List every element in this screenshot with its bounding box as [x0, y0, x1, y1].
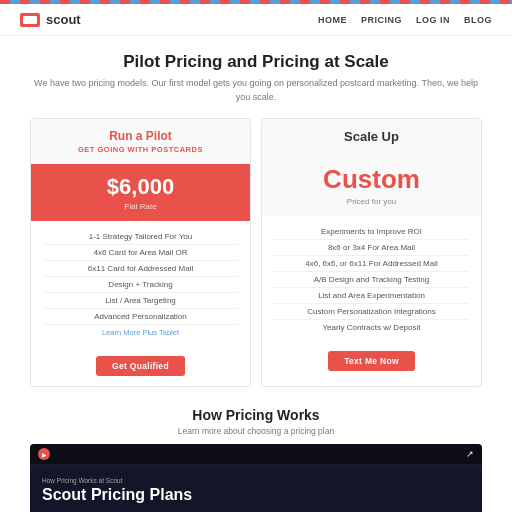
scale-card: Scale Up Custom Priced for you Experimen…: [261, 118, 482, 387]
nav-pricing[interactable]: PRICING: [361, 15, 402, 25]
scale-custom-block: Custom Priced for you: [262, 154, 481, 216]
pilot-feature-6: Advanced Personalization: [43, 309, 238, 325]
scale-card-header: Scale Up: [262, 119, 481, 154]
pilot-feature-3: 6x11 Card for Addressed Mail: [43, 261, 238, 277]
video-share-icon: ↗: [466, 449, 474, 459]
pricing-grid: Run a Pilot GET GOING WITH POSTCARDS $6,…: [30, 118, 482, 387]
scale-cta-button[interactable]: Text Me Now: [328, 351, 415, 371]
scale-feature-7: Yearly Contracts w/ Deposit: [274, 320, 469, 335]
pilot-feature-5: List / Area Targeting: [43, 293, 238, 309]
navbar: scout HOME PRICING LOG IN BLOG: [0, 4, 512, 36]
video-label: How Pricing Works at Scout: [42, 477, 470, 484]
scale-card-footer: Text Me Now: [262, 343, 481, 381]
page-subtitle: We have two pricing models. Our first mo…: [30, 77, 482, 104]
pilot-feature-2: 4x6 Card for Area Mail OR: [43, 245, 238, 261]
scale-feature-2: 8x6 or 3x4 For Area Mail: [274, 240, 469, 256]
scale-feature-3: 4x6, 6x6, or 6x11 For Addressed Mail: [274, 256, 469, 272]
scale-custom-label: Priced for you: [347, 197, 396, 206]
nav-blog[interactable]: BLOG: [464, 15, 492, 25]
pilot-price-block: $6,000 Flat Rate: [31, 164, 250, 221]
video-thumbnail[interactable]: ▶ ↗ How Pricing Works at Scout Scout Pri…: [30, 444, 482, 512]
video-title-block: How Pricing Works at Scout Scout Pricing…: [30, 469, 482, 512]
video-top-bar: ▶ ↗: [30, 444, 482, 464]
pilot-price: $6,000: [41, 174, 240, 200]
how-pricing-title: How Pricing Works: [30, 407, 482, 423]
page-content: Pilot Pricing and Pricing at Scale We ha…: [0, 36, 512, 512]
pilot-price-label: Flat Rate: [41, 202, 240, 211]
pilot-card-title: Run a Pilot: [41, 129, 240, 143]
scale-feature-6: Custom Personalization Integrations: [274, 304, 469, 320]
pilot-card-subtitle: GET GOING WITH POSTCARDS: [41, 145, 240, 154]
pilot-feature-4: Design + Tracking: [43, 277, 238, 293]
scale-feature-5: List and Area Experimentation: [274, 288, 469, 304]
pilot-card: Run a Pilot GET GOING WITH POSTCARDS $6,…: [30, 118, 251, 387]
video-play-icon: ▶: [38, 448, 50, 460]
scale-feature-4: A/B Design and Tracking Testing: [274, 272, 469, 288]
how-pricing-section: How Pricing Works Learn more about choos…: [30, 401, 482, 512]
pilot-card-header: Run a Pilot GET GOING WITH POSTCARDS: [31, 119, 250, 164]
pilot-cta-button[interactable]: Get Qualified: [96, 356, 185, 376]
scale-custom-price: Custom: [323, 164, 420, 195]
how-pricing-subtitle: Learn more about choosing a pricing plan: [30, 426, 482, 436]
logo-icon: [20, 13, 40, 27]
pilot-card-footer: Get Qualified: [31, 348, 250, 386]
nav-home[interactable]: HOME: [318, 15, 347, 25]
nav-login[interactable]: LOG IN: [416, 15, 450, 25]
video-title: Scout Pricing Plans: [42, 486, 470, 504]
pilot-feature-1: 1-1 Strategy Tailored For You: [43, 229, 238, 245]
scale-feature-1: Experiments to Improve ROI: [274, 224, 469, 240]
logo[interactable]: scout: [20, 12, 81, 27]
scale-card-title: Scale Up: [272, 129, 471, 144]
pilot-features: 1-1 Strategy Tailored For You 4x6 Card f…: [31, 221, 250, 348]
scale-features: Experiments to Improve ROI 8x6 or 3x4 Fo…: [262, 216, 481, 343]
pilot-feature-link[interactable]: Learn More Plus Tablet: [43, 325, 238, 340]
page-title: Pilot Pricing and Pricing at Scale: [30, 52, 482, 72]
logo-text: scout: [46, 12, 81, 27]
nav-links: HOME PRICING LOG IN BLOG: [318, 15, 492, 25]
